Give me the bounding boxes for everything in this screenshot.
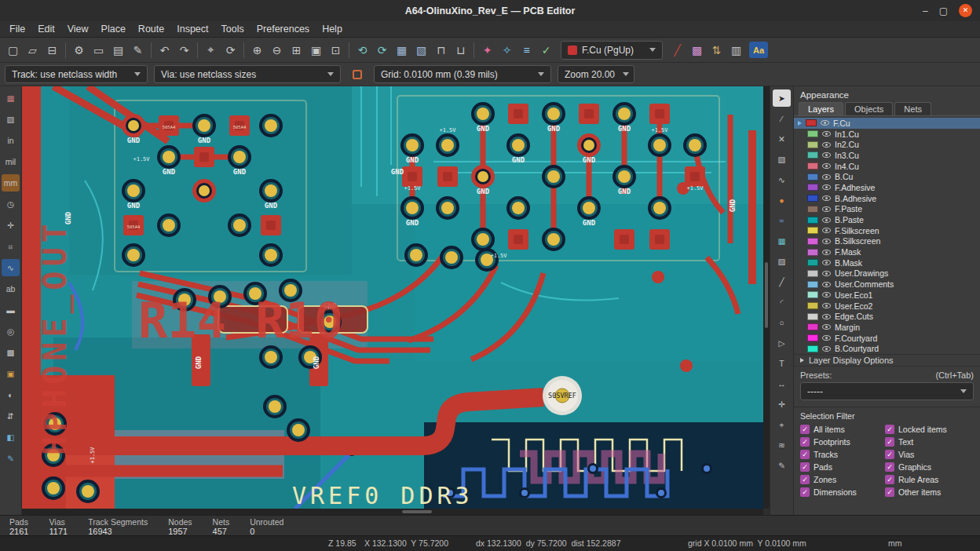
toolbar-icon[interactable]: [474, 42, 474, 58]
place-footprint-button[interactable]: ▦: [773, 232, 791, 250]
via-size-dropdown[interactable]: Via: use netclass sizes: [154, 65, 341, 83]
checkbox[interactable]: [800, 462, 810, 472]
visibility-eye-icon[interactable]: [822, 228, 831, 233]
visibility-eye-icon[interactable]: [822, 250, 831, 255]
layer-name[interactable]: In2.Cu: [835, 140, 859, 149]
layer-color-swatch[interactable]: [807, 323, 818, 330]
layer-manager-button[interactable]: ◧: [2, 429, 20, 446]
curved-ratsnest-button[interactable]: ∿: [2, 259, 20, 276]
units-mil-button[interactable]: mil: [2, 153, 20, 170]
layer-name[interactable]: B.Silkscreen: [835, 236, 880, 246]
layer-row[interactable]: F.Adhesive: [794, 182, 980, 193]
visibility-eye-icon[interactable]: [822, 292, 831, 297]
checkbox[interactable]: [885, 462, 894, 472]
save-button[interactable]: ⊟: [42, 41, 62, 60]
text-properties-button[interactable]: Aa: [749, 42, 768, 58]
select-tool-button[interactable]: ➤: [773, 89, 791, 107]
menu-item[interactable]: Inspect: [170, 22, 214, 36]
layer-color-swatch[interactable]: [807, 259, 818, 266]
place-text-button[interactable]: T: [773, 355, 791, 372]
checkbox[interactable]: [885, 487, 894, 497]
layer-color-swatch[interactable]: [807, 184, 818, 191]
visibility-eye-icon[interactable]: [822, 195, 831, 201]
pcb-canvas[interactable]: GND GND GND GND GND GND GND GND GND GND …: [22, 86, 763, 509]
ratsnest-toggle-button[interactable]: ⌗: [2, 238, 20, 255]
toolbar-icon[interactable]: [243, 42, 244, 58]
visibility-eye-icon[interactable]: [822, 303, 831, 308]
layer-name[interactable]: B.Courtyard: [835, 344, 879, 353]
unlock-button[interactable]: ⊔: [451, 41, 470, 60]
selection-filter-button[interactable]: ▧: [773, 151, 791, 168]
horizontal-scrollbar[interactable]: [22, 509, 763, 515]
lock-button[interactable]: ⊓: [431, 41, 451, 60]
layer-name[interactable]: Margin: [835, 323, 860, 332]
selection-filter-item[interactable]: Footprints: [800, 437, 885, 447]
visibility-eye-icon[interactable]: [822, 314, 831, 319]
layer-color-swatch[interactable]: [807, 302, 818, 309]
layer-name[interactable]: In4.Cu: [835, 162, 859, 171]
visibility-eye-icon[interactable]: [822, 217, 831, 223]
layer-color-swatch[interactable]: [807, 195, 818, 202]
dimension-button[interactable]: ↔: [773, 375, 791, 392]
visibility-eye-icon[interactable]: [822, 163, 831, 169]
layer-name[interactable]: Edge.Cuts: [835, 312, 873, 321]
close-button[interactable]: ✕: [959, 4, 972, 17]
layer-row[interactable]: F.Cu: [794, 118, 980, 129]
layer-name[interactable]: F.Mask: [835, 247, 861, 257]
draw-zone-button[interactable]: ▨: [773, 253, 791, 270]
layer-color-swatch[interactable]: [807, 281, 818, 288]
layer-color-swatch[interactable]: [807, 313, 818, 320]
layer-color-swatch[interactable]: [807, 141, 818, 148]
zoom-objects-button[interactable]: ▣: [306, 41, 326, 60]
draw-circle-button[interactable]: ○: [773, 314, 791, 331]
layer-row[interactable]: User.Comments: [794, 279, 980, 290]
checkbox[interactable]: [885, 475, 894, 484]
layer-row[interactable]: User.Eco1: [794, 290, 980, 301]
pcb-canvas-container[interactable]: GND GND GND GND GND GND GND GND GND GND …: [22, 86, 763, 509]
selection-filter-item[interactable]: Tracks: [800, 450, 885, 459]
menu-item[interactable]: Edit: [31, 22, 61, 36]
layer-color-swatch[interactable]: [807, 151, 818, 159]
draw-polygon-button[interactable]: ▷: [773, 334, 791, 352]
selection-filter-item[interactable]: Graphics: [885, 462, 974, 472]
plot-button[interactable]: ✎: [128, 41, 148, 60]
track-outline-button[interactable]: ▬: [2, 301, 20, 319]
checkbox[interactable]: [800, 425, 810, 434]
visibility-eye-icon[interactable]: [822, 282, 831, 287]
visibility-eye-icon[interactable]: [822, 206, 831, 212]
footprint-editor-button[interactable]: ✦: [477, 41, 497, 60]
layer-row[interactable]: In2.Cu: [794, 139, 980, 150]
flip-view-button[interactable]: ⇵: [2, 407, 20, 425]
selection-filter-item[interactable]: Pads: [800, 462, 885, 472]
selection-filter-item[interactable]: Vias: [885, 450, 974, 459]
draw-arc-button[interactable]: ◜: [773, 294, 791, 311]
layer-row[interactable]: B.Silkscreen: [794, 236, 980, 247]
footprint-browser-button[interactable]: ✧: [497, 41, 517, 60]
layer-color-swatch[interactable]: [807, 345, 818, 352]
rotate-cw-button[interactable]: ⟳: [372, 41, 392, 60]
layer-row[interactable]: B.Cu: [794, 171, 980, 182]
menu-item[interactable]: View: [61, 22, 95, 36]
pad-outline-button[interactable]: ▣: [2, 365, 20, 382]
layer-name[interactable]: F.Silkscreen: [835, 226, 879, 235]
menu-item[interactable]: Route: [132, 22, 170, 36]
units-inch-button[interactable]: in: [2, 132, 20, 149]
layer-color-swatch[interactable]: [807, 206, 818, 213]
layer-row[interactable]: F.Paste: [794, 204, 980, 215]
selection-filter-item[interactable]: Locked items: [885, 425, 974, 434]
visibility-eye-icon[interactable]: [822, 271, 831, 276]
selection-filter-item[interactable]: Other items: [885, 487, 974, 497]
layer-name[interactable]: B.Adhesive: [835, 194, 876, 203]
layer-selector-dropdown[interactable]: F.Cu (PgUp): [561, 41, 663, 60]
toolbar-icon[interactable]: [65, 42, 66, 58]
polar-coords-button[interactable]: ◷: [2, 195, 20, 213]
place-via-button[interactable]: ●: [773, 192, 791, 209]
menu-item[interactable]: Help: [316, 22, 349, 36]
zoom-out-button[interactable]: ⊖: [267, 41, 287, 60]
visibility-eye-icon[interactable]: [822, 184, 831, 190]
visibility-eye-icon[interactable]: [822, 335, 831, 341]
layer-name[interactable]: F.Cu: [833, 119, 850, 128]
edit-points-button[interactable]: ✎: [773, 457, 791, 474]
layer-color-swatch[interactable]: [807, 217, 818, 224]
layer-row[interactable]: B.Mask: [794, 257, 980, 268]
